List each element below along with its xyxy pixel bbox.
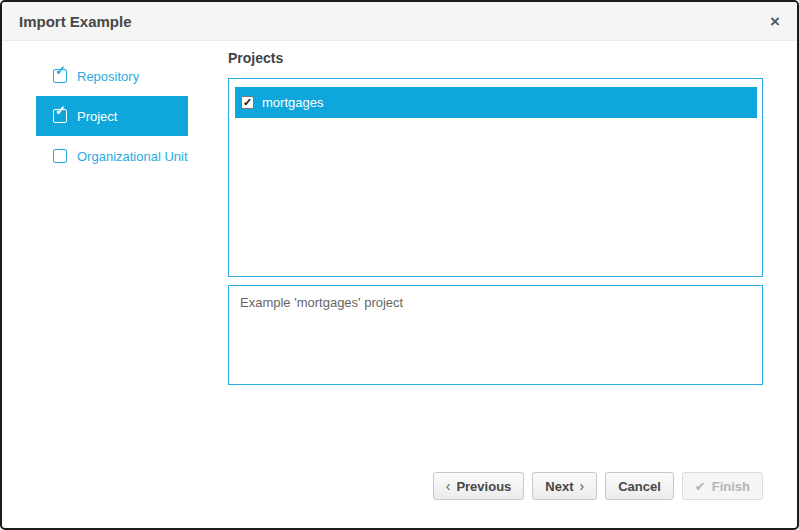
close-icon[interactable]: × — [770, 13, 780, 30]
wizard-step-list: ✓ Repository ✓ Project Organizational Un… — [36, 56, 188, 176]
project-list: ✓ mortgages — [228, 78, 763, 277]
wizard-step-label: Organizational Unit — [77, 149, 188, 164]
project-description-text: Example 'mortgages' project — [240, 295, 403, 310]
projects-heading: Projects — [228, 50, 283, 66]
check-mark-icon: ✓ — [55, 64, 66, 78]
project-row-mortgages[interactable]: ✓ mortgages — [235, 87, 757, 118]
chevron-left-icon: ‹ — [446, 479, 451, 493]
checked-checkbox-icon: ✓ — [53, 109, 67, 123]
dialog-header: Import Example × — [2, 2, 797, 41]
next-button[interactable]: Next › — [532, 472, 597, 500]
finish-button-label: Finish — [712, 479, 750, 494]
next-button-label: Next — [545, 479, 573, 494]
project-checkbox[interactable]: ✓ — [241, 96, 254, 109]
check-icon: ✔ — [695, 480, 706, 493]
previous-button-label: Previous — [456, 479, 511, 494]
previous-button[interactable]: ‹ Previous — [433, 472, 525, 500]
import-example-dialog: Import Example × ✓ Repository ✓ Project … — [0, 0, 799, 530]
cancel-button[interactable]: Cancel — [605, 472, 674, 500]
dialog-title: Import Example — [19, 13, 132, 30]
wizard-step-organizational-unit[interactable]: Organizational Unit — [36, 136, 188, 176]
wizard-footer: ‹ Previous Next › Cancel ✔ Finish — [433, 472, 763, 500]
project-label: mortgages — [262, 95, 323, 110]
check-mark-icon: ✓ — [55, 104, 66, 118]
project-description-box: Example 'mortgages' project — [228, 285, 763, 385]
wizard-step-label: Project — [77, 109, 117, 124]
finish-button[interactable]: ✔ Finish — [682, 472, 763, 500]
chevron-right-icon: › — [580, 479, 585, 493]
check-mark-icon: ✓ — [243, 97, 252, 108]
wizard-step-project[interactable]: ✓ Project — [36, 96, 188, 136]
checked-checkbox-icon: ✓ — [53, 69, 67, 83]
wizard-step-repository[interactable]: ✓ Repository — [36, 56, 188, 96]
wizard-step-label: Repository — [77, 69, 139, 84]
cancel-button-label: Cancel — [618, 479, 661, 494]
unchecked-checkbox-icon — [53, 149, 67, 163]
